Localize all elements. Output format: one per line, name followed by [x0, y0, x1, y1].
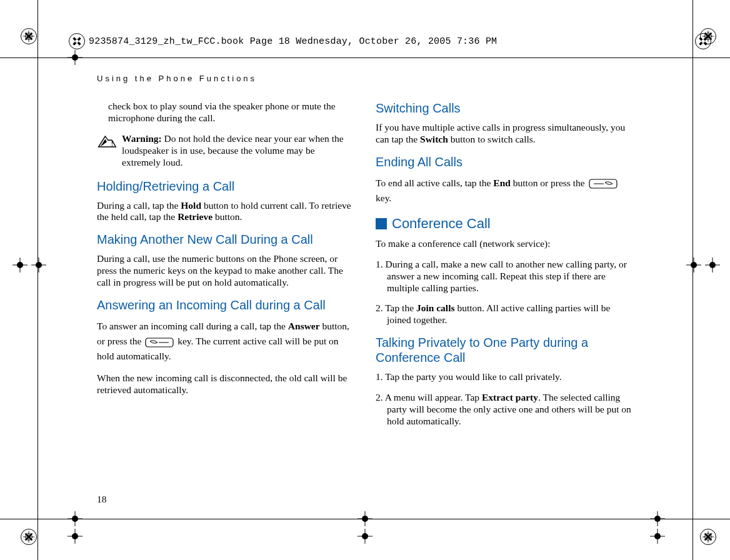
crop-line-top	[0, 58, 730, 58]
end-key-icon	[589, 179, 618, 189]
cross-mark-icon	[705, 258, 720, 272]
column-right: Switching Calls If you have multiple act…	[376, 101, 633, 436]
heading-switching-calls: Switching Calls	[376, 101, 633, 116]
registration-mark-icon	[695, 33, 711, 49]
heading-making-another-call: Making Another New Call During a Call	[97, 232, 354, 247]
crop-line-right	[692, 0, 693, 560]
cross-mark-icon	[68, 50, 82, 65]
cross-mark-icon	[68, 529, 82, 544]
heading-talking-privately: Talking Privately to One Party during a …	[376, 335, 633, 365]
page-number: 18	[97, 494, 107, 505]
print-header: 9235874_3129_zh_tw_FCC.book Page 18 Wedn…	[69, 33, 711, 49]
print-header-text: 9235874_3129_zh_tw_FCC.book Page 18 Wedn…	[89, 36, 497, 47]
registration-mark-icon	[21, 529, 37, 545]
cross-mark-icon	[686, 258, 701, 272]
warning-label: Warning:	[122, 133, 162, 144]
heading-conference-call: Conference Call	[392, 216, 491, 232]
warning-icon: !	[97, 133, 117, 169]
registration-mark-icon	[21, 28, 37, 44]
heading-ending-all-calls: Ending All Calls	[376, 154, 633, 169]
list-item: 2. A menu will appear. Tap Extract party…	[376, 392, 633, 428]
paragraph: To make a conference call (network servi…	[376, 238, 633, 250]
paragraph: check box to play sound via the speaker …	[97, 101, 354, 124]
cross-mark-icon	[31, 258, 46, 272]
page-content: Using the Phone Functions check box to p…	[97, 74, 634, 436]
list-item: 2. Tap the Join calls button. All active…	[376, 302, 633, 326]
registration-mark-icon	[69, 33, 85, 49]
paragraph: When the new incoming call is disconnect…	[97, 372, 354, 396]
cross-mark-icon	[358, 529, 372, 544]
cross-mark-icon	[68, 511, 82, 526]
svg-point-16	[701, 39, 704, 42]
send-key-icon	[145, 338, 174, 348]
paragraph: To end all active calls, tap the End but…	[376, 176, 633, 206]
paragraph: If you have multiple active calls in pro…	[376, 122, 633, 146]
svg-point-15	[75, 39, 78, 42]
heading-answering-incoming: Answering an Incoming Call during a Call	[97, 298, 354, 312]
columns: check box to play sound via the speaker …	[97, 101, 634, 436]
crop-line-left	[38, 0, 38, 560]
list-item: 1. During a call, make a new call to ano…	[376, 259, 633, 294]
svg-text:!: !	[111, 139, 113, 148]
paragraph: During a call, use the numeric buttons o…	[97, 253, 354, 289]
cross-mark-icon	[12, 258, 28, 272]
running-header: Using the Phone Functions	[97, 74, 634, 83]
paragraph: To answer an incoming call during a call…	[97, 319, 354, 364]
cross-mark-icon	[650, 511, 665, 526]
list-item: 1. Tap the party you would like to call …	[376, 371, 633, 383]
column-left: check box to play sound via the speaker …	[97, 101, 354, 436]
section-heading-row: Conference Call	[376, 216, 633, 232]
warning-text: Warning: Do not hold the device near you…	[122, 133, 354, 169]
paragraph: During a call, tap the Hold button to ho…	[97, 200, 354, 224]
warning-block: ! Warning: Do not hold the device near y…	[97, 133, 354, 169]
cross-mark-icon	[650, 529, 665, 544]
cross-mark-icon	[358, 511, 372, 526]
heading-holding-retrieving: Holding/Retrieving a Call	[97, 179, 354, 194]
registration-mark-icon	[700, 529, 716, 545]
section-square-icon	[376, 218, 387, 229]
